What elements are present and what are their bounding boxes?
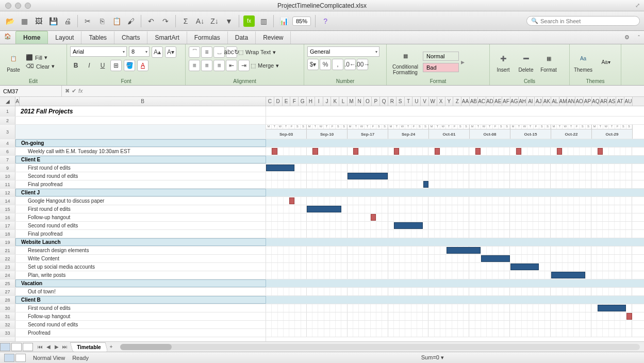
zoom-window-button[interactable] [25,3,31,9]
col-header[interactable]: S [397,97,405,106]
filter-icon[interactable]: ▼ [223,15,235,27]
col-header[interactable]: AO [575,97,584,106]
insert-cells-button[interactable]: ➕Insert [493,52,514,73]
col-header[interactable]: Q [380,97,388,106]
chart-icon[interactable]: 📊 [278,15,289,27]
col-header[interactable]: N [356,97,364,106]
format-cells-button[interactable]: ▦Format [538,52,559,73]
paste-button[interactable]: 📋Paste [3,52,24,73]
styles-more-icon[interactable]: ▸ [461,58,465,66]
col-header[interactable]: AF [502,97,510,106]
style-bad[interactable]: Bad [423,63,459,72]
col-header[interactable]: D [274,97,283,106]
align-center-icon[interactable]: ≡ [201,60,212,71]
sheet-tab-timetable[interactable]: Timetable [70,342,108,352]
undo-icon[interactable]: ↶ [145,15,157,27]
row-header[interactable]: 14 [0,197,15,205]
number-format-select[interactable]: General [307,46,379,57]
paste-icon[interactable]: 📋 [111,15,122,27]
row-header[interactable]: 7 [0,156,15,163]
horizontal-scrollbar[interactable] [120,344,640,350]
col-header[interactable]: AL [551,97,559,106]
fill-button[interactable]: ⬛ Fill ▾ [26,54,55,61]
col-header[interactable]: W [429,97,437,106]
col-header[interactable]: C [266,97,274,106]
col-header[interactable]: AR [600,97,608,106]
increase-font-icon[interactable]: A▴ [152,46,163,58]
search-box[interactable]: 🔍 [526,16,640,26]
col-header[interactable]: AD [486,97,494,106]
row-header[interactable]: 4 [0,139,15,147]
view-layout-icon[interactable] [15,354,26,362]
row-header[interactable]: 11 [0,180,15,188]
italic-button[interactable]: I [84,60,95,71]
gantt-bar[interactable] [312,148,318,155]
font-name-select[interactable]: Arial [70,46,127,57]
tab-layout[interactable]: Layout [48,31,81,44]
row-header[interactable]: 9 [0,164,15,172]
col-header[interactable]: G [299,97,307,106]
col-header[interactable]: AE [494,97,502,106]
minimize-window-button[interactable] [15,3,21,9]
col-header[interactable]: AH [519,97,527,106]
style-normal[interactable]: Normal [423,52,459,61]
row-header[interactable]: 33 [0,329,15,337]
gantt-bar[interactable] [598,148,603,155]
row-header[interactable]: 19 [0,238,15,246]
row-header[interactable]: 32 [0,321,15,328]
gantt-bar[interactable] [371,214,376,221]
row-header[interactable]: 6 [0,147,15,155]
first-sheet-icon[interactable]: ⏮ [36,343,44,351]
col-header[interactable]: I [315,97,323,106]
gantt-bar[interactable] [266,164,294,171]
open-icon[interactable]: 📂 [4,15,15,27]
gantt-bar[interactable] [307,206,341,212]
last-sheet-icon[interactable]: ⏭ [61,343,69,351]
col-header[interactable]: K [331,97,339,106]
delete-cells-button[interactable]: ➖Delete [516,52,536,73]
name-box[interactable]: CM37 [0,86,62,96]
gantt-bar[interactable] [516,148,521,155]
decrease-decimal-icon[interactable]: .0← [344,59,356,70]
col-header[interactable]: AP [584,97,592,106]
col-header[interactable]: AC [478,97,486,106]
col-header[interactable]: P [372,97,380,106]
gantt-bar[interactable] [394,222,422,229]
row-header[interactable]: 16 [0,213,15,221]
fill-color-button[interactable]: 🪣 [124,60,135,71]
copy-icon[interactable]: ⎘ [96,15,108,27]
cut-icon[interactable]: ✂ [82,15,93,27]
search-input[interactable] [540,18,635,24]
cancel-formula-icon[interactable]: ✖ [65,88,70,94]
fx-label-icon[interactable]: fx [78,88,83,94]
row-header[interactable]: 3 [0,125,15,139]
bold-button[interactable]: B [70,60,81,71]
format-painter-icon[interactable]: 🖌 [125,15,137,27]
prev-sheet-icon[interactable]: ◀ [44,343,53,351]
tab-charts[interactable]: Charts [114,31,147,44]
col-header[interactable]: V [421,97,429,106]
sort-asc-icon[interactable]: A↓ [194,15,206,27]
col-header[interactable]: H [307,97,315,106]
gantt-bar[interactable] [353,148,358,155]
col-header[interactable]: AT [616,97,624,106]
col-header[interactable]: A [15,97,20,106]
picture-icon[interactable]: 🖼 [33,15,44,27]
spreadsheet-grid[interactable]: ◢ABCDEFGHIJKLMNOPQRSTUVWXYZAAABACADAEAFA… [0,97,644,341]
tab-data[interactable]: Data [228,31,256,44]
view-normal-icon[interactable] [4,354,14,362]
sort-desc-icon[interactable]: Z↓ [209,15,220,27]
row-header[interactable]: 12 [0,189,15,196]
tab-review[interactable]: Review [256,31,291,44]
col-header[interactable]: E [283,97,291,106]
gantt-bar[interactable] [447,247,481,254]
gantt-bar[interactable] [423,181,428,188]
col-header[interactable]: AA [461,97,470,106]
col-header[interactable]: Z [453,97,461,106]
close-window-button[interactable] [5,3,11,9]
row-header[interactable]: 21 [0,246,15,254]
gantt-bar[interactable] [394,148,399,155]
col-header[interactable]: AG [510,97,519,106]
col-header[interactable]: L [339,97,348,106]
next-sheet-icon[interactable]: ▶ [53,343,61,351]
